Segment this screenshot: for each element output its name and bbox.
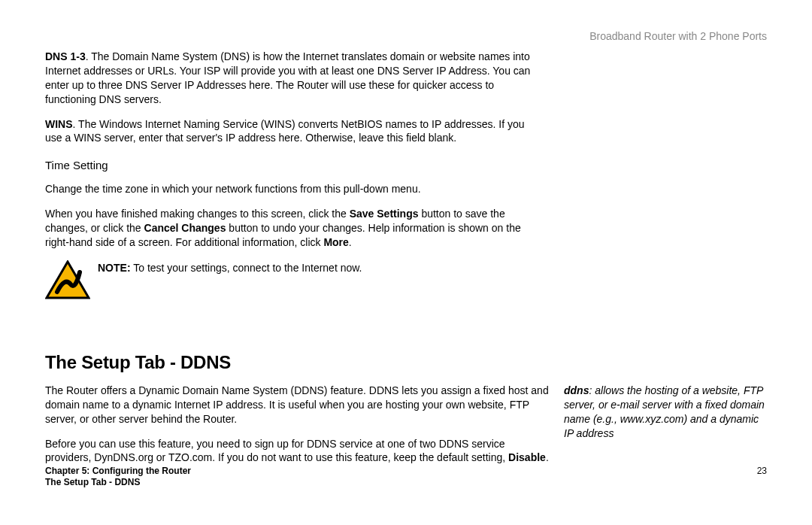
wins-text: . The Windows Internet Naming Service (W… [45, 118, 525, 144]
ts-b3: More [323, 236, 348, 248]
note-label: NOTE: [98, 262, 131, 274]
footer: Chapter 5: Configuring the Router The Se… [45, 466, 767, 489]
dns-paragraph: DNS 1-3. The Domain Name System (DNS) is… [45, 50, 541, 107]
ddns-glossary: ddns: allows the hosting of a website, F… [564, 384, 767, 441]
ts-b2: Cancel Changes [144, 222, 226, 234]
ddns-body: The Router offers a Dynamic Domain Name … [45, 384, 549, 475]
footer-left: Chapter 5: Configuring the Router The Se… [45, 466, 191, 489]
dns-text: . The Domain Name System (DNS) is how th… [45, 50, 530, 105]
ddns-p2: Before you can use this feature, you nee… [45, 437, 549, 466]
product-header: Broadband Router with 2 Phone Ports [45, 30, 767, 42]
ddns-p1: The Router offers a Dynamic Domain Name … [45, 384, 549, 426]
footer-section: The Setup Tab - DDNS [45, 477, 191, 489]
ddns-p2-a: Before you can use this feature, you nee… [45, 438, 508, 464]
note-text: NOTE: To test your settings, connect to … [98, 260, 362, 274]
wins-label: WINS [45, 118, 73, 130]
wins-paragraph: WINS. The Windows Internet Naming Servic… [45, 117, 541, 146]
main-content: DNS 1-3. The Domain Name System (DNS) is… [45, 50, 541, 329]
footer-chapter: Chapter 5: Configuring the Router [45, 466, 191, 478]
gloss-text: : allows the hosting of a website, FTP s… [564, 384, 765, 439]
time-setting-heading: Time Setting [45, 159, 541, 171]
ts-p2-a: When you have finished making changes to… [45, 208, 350, 220]
footer-page-number: 23 [757, 466, 767, 476]
ts-p2-e: . [349, 236, 352, 248]
note-body: To test your settings, connect to the In… [131, 262, 362, 274]
note-block: NOTE: To test your settings, connect to … [45, 260, 541, 299]
time-setting-p1: Change the time zone in which your netwo… [45, 182, 541, 196]
ddns-p2-b: Disable [508, 451, 546, 463]
time-setting-p2: When you have finished making changes to… [45, 207, 541, 250]
dns-label: DNS 1-3 [45, 50, 86, 62]
gloss-term: ddns [564, 384, 589, 396]
ddns-p2-c: . [546, 451, 549, 463]
warning-icon [45, 260, 90, 299]
ts-b1: Save Settings [350, 208, 419, 220]
ddns-title: The Setup Tab - DDNS [45, 352, 767, 373]
